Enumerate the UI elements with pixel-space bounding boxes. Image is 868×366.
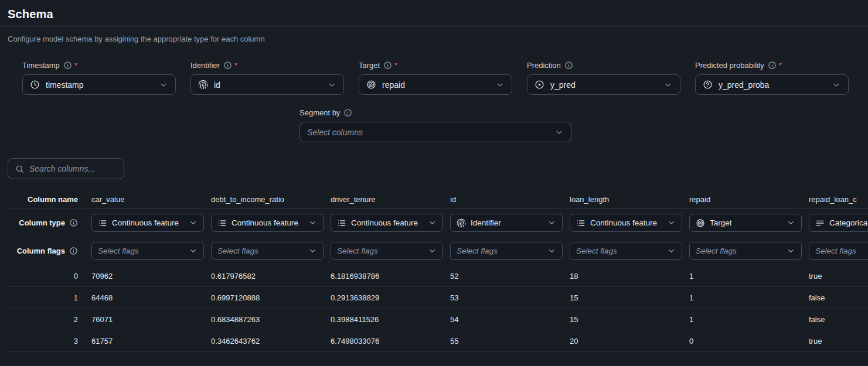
search-icon (15, 165, 24, 173)
chevron-down-icon (667, 247, 676, 255)
field-timestamp-label: Timestamp * (22, 60, 176, 70)
column-flags-select-loan_length[interactable]: Select flags (570, 242, 682, 260)
column-name-header-row: Column name car_valuedebt_to_income_rati… (8, 190, 868, 209)
column-type-row: Column type Continuous feature Continuou… (8, 209, 868, 237)
column-flags-select-driver_tenure-value: Select flags (337, 247, 378, 255)
column-flags-select-repaid_loan_c-value: Select flags (815, 247, 856, 255)
table-cell: 76071 (84, 315, 204, 324)
list-icon (217, 218, 227, 228)
align-left-icon (815, 218, 825, 228)
field-label-text: Timestamp (22, 61, 60, 70)
table-cell: 52 (443, 272, 563, 281)
column-flags-select-repaid_loan_c[interactable]: Select flags (809, 242, 868, 260)
column-flags-select-id[interactable]: Select flags (450, 242, 563, 260)
required-asterisk: * (74, 61, 77, 70)
column-flags-select-repaid[interactable]: Select flags (689, 242, 802, 260)
chevron-down-icon (787, 247, 795, 255)
predicted-probability-select[interactable]: y_pred_proba (695, 74, 849, 95)
segment-by-label-text: Segment by (299, 108, 340, 117)
chevron-down-icon (667, 247, 676, 255)
list-icon (337, 218, 346, 228)
field-prediction: Prediction y_pred (527, 60, 680, 95)
field-identifier-label: Identifier * (190, 60, 344, 70)
column-flags-row: Column flags Select flags Select flags S… (8, 237, 868, 265)
field-label-text: Predicted probability (695, 61, 764, 70)
info-icon[interactable] (63, 61, 72, 70)
required-asterisk: * (394, 61, 397, 70)
table-row: 3 617570.34626437626.749803307655200true (8, 330, 868, 352)
column-type-select-driver_tenure-value: Continuous feature (351, 218, 418, 227)
table-cell: false (802, 293, 868, 302)
list-icon (576, 218, 586, 228)
column-type-select-debt_to_income_ratio[interactable]: Continuous feature (211, 214, 324, 232)
info-icon[interactable] (383, 61, 392, 70)
table-cell: 0 (682, 337, 802, 346)
table-cell: 0.6834887263 (204, 315, 324, 324)
prediction-select[interactable]: y_pred (527, 74, 680, 95)
chevron-down-icon (667, 218, 676, 227)
table-cell: 1 (682, 315, 802, 324)
chevron-down-icon (308, 218, 317, 227)
column-flags-select-car_value-value: Select flags (98, 247, 139, 255)
info-icon[interactable] (69, 247, 78, 255)
column-type-select-repaid_loan_c[interactable]: Categorical (809, 214, 868, 232)
table-cell: 6.7498033076 (324, 337, 443, 346)
info-icon (383, 61, 392, 70)
identifier-select[interactable]: id (190, 74, 344, 95)
table-cell: 18 (563, 272, 682, 281)
field-label-text: Identifier (190, 61, 220, 70)
row-index: 3 (8, 337, 84, 346)
field-identifier: Identifier * id (190, 60, 344, 95)
column-flags-select-car_value[interactable]: Select flags (91, 242, 204, 260)
chevron-down-icon (308, 218, 317, 227)
table-cell: 64468 (84, 293, 204, 302)
chevron-down-icon (159, 80, 168, 90)
info-icon[interactable] (343, 108, 352, 117)
segment-by-select[interactable]: Select columns (299, 122, 571, 142)
column-header-loan_length: loan_length (563, 195, 682, 204)
chevron-down-icon (327, 80, 336, 90)
clock-icon (30, 80, 40, 90)
info-icon (69, 218, 78, 227)
info-icon[interactable] (768, 61, 777, 70)
table-cell: false (802, 315, 868, 324)
column-type-select-loan_length-value: Continuous feature (590, 218, 657, 227)
fingerprint-icon (198, 80, 208, 90)
column-type-select-loan_length[interactable]: Continuous feature (570, 214, 682, 232)
info-icon (69, 247, 78, 255)
column-flags-select-driver_tenure[interactable]: Select flags (331, 242, 443, 260)
info-icon[interactable] (564, 61, 573, 70)
chevron-down-icon (495, 80, 505, 90)
required-asterisk: * (779, 61, 782, 70)
target-icon (366, 80, 376, 90)
table-cell: 70962 (84, 272, 204, 281)
table-cell: true (802, 272, 868, 281)
select-value: timestamp (46, 80, 84, 90)
chevron-down-icon (787, 218, 795, 227)
column-type-select-driver_tenure[interactable]: Continuous feature (331, 214, 443, 232)
timestamp-select[interactable]: timestamp (22, 74, 176, 95)
info-icon[interactable] (69, 218, 78, 227)
column-type-select-car_value[interactable]: Continuous feature (91, 214, 204, 232)
fingerprint-icon (198, 80, 208, 90)
circle-dot-icon (535, 80, 544, 90)
target-select[interactable]: repaid (359, 74, 512, 95)
column-type-select-debt_to_income_ratio-value: Continuous feature (232, 218, 298, 227)
select-value: repaid (382, 80, 405, 90)
chevron-down-icon (189, 247, 198, 255)
table-cell: 61757 (84, 337, 204, 346)
search-columns-input[interactable]: Search columns... (8, 158, 124, 179)
table-cell: 0.2913638829 (324, 293, 443, 302)
column-type-select-id[interactable]: Identifier (450, 214, 563, 232)
column-flags-label: Column flags (8, 247, 84, 255)
column-type-select-repaid[interactable]: Target (689, 214, 802, 232)
column-flags-select-debt_to_income_ratio[interactable]: Select flags (211, 242, 324, 260)
list-icon (576, 218, 586, 228)
info-icon[interactable] (223, 61, 232, 70)
select-value: y_pred_proba (719, 80, 769, 90)
chevron-down-icon (547, 218, 556, 227)
column-type-select-repaid_loan_c-value: Categorical (829, 218, 868, 227)
required-asterisk: * (234, 61, 237, 70)
column-header-repaid_loan_c: repaid_loan_c (802, 195, 868, 204)
search-placeholder: Search columns... (29, 164, 95, 173)
